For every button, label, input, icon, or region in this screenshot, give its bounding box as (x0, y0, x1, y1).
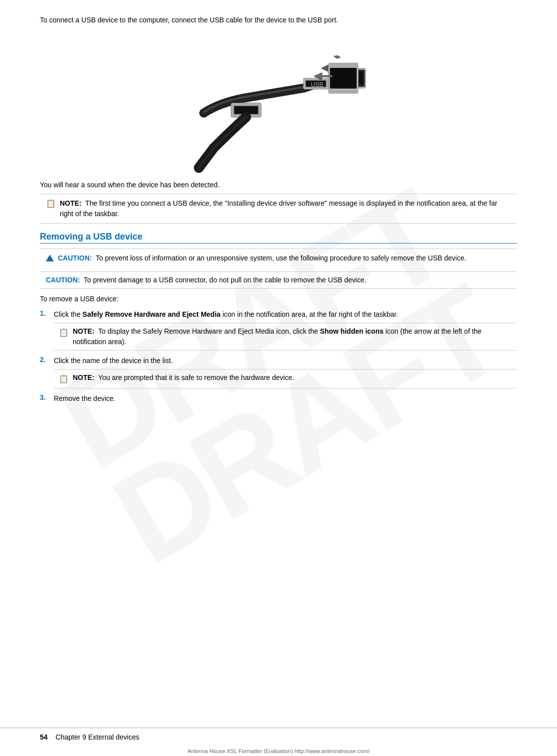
remove-intro-text: To remove a USB device: (40, 294, 517, 304)
step-1-note-text: NOTE: To display the Safely Remove Hardw… (73, 326, 512, 347)
step-1: 1. Click the Safely Remove Hardware and … (40, 309, 517, 351)
step-1-content: Click the Safely Remove Hardware and Eje… (54, 309, 517, 351)
content-area: To connect a USB device to the computer,… (0, 0, 557, 449)
step-2: 2. Click the name of the device in the l… (40, 356, 517, 388)
step-2-note-label: NOTE: (73, 374, 95, 381)
step-1-note: 📋 NOTE: To display the Safely Remove Har… (54, 323, 517, 351)
note-label-1: NOTE: (60, 199, 82, 207)
step-1-number: 1. (40, 309, 50, 317)
step-2-text: Click the name of the device in the list… (54, 357, 173, 365)
caution-text-2: CAUTION: To prevent damage to a USB conn… (46, 275, 366, 285)
step-2-note-icon: 📋 (59, 373, 69, 385)
caution-text-1: CAUTION: To prevent loss of information … (58, 253, 466, 263)
footer-chapter: Chapter 9 External devices (56, 733, 139, 741)
step-3-content: Remove the device. (54, 393, 517, 404)
caution-box-1: CAUTION: To prevent loss of information … (40, 249, 517, 267)
section-heading-usb: Removing a USB device (40, 232, 517, 244)
caution-label-1: CAUTION: (58, 254, 92, 262)
step-3-number: 3. (40, 393, 50, 401)
caution-label-2: CAUTION: (46, 276, 80, 284)
note-text-1: NOTE: The first time you connect a USB d… (60, 198, 511, 219)
svg-rect-14 (331, 69, 356, 88)
step-2-content: Click the name of the device in the list… (54, 356, 517, 388)
step-2-note-text: NOTE: You are prompted that it is safe t… (73, 373, 294, 383)
page-number: 54 (40, 733, 48, 741)
step-3-text: Remove the device. (54, 394, 116, 402)
step-1-text: Click the Safely Remove Hardware and Eje… (54, 310, 398, 318)
page-footer: 54 Chapter 9 External devices (0, 728, 557, 746)
step-2-number: 2. (40, 356, 50, 364)
intro-paragraph: To connect a USB device to the computer,… (40, 15, 517, 25)
footer-attribution: Antenna House XSL Formatter (Evaluation)… (0, 748, 557, 756)
caution-box-2: CAUTION: To prevent damage to a USB conn… (40, 271, 517, 289)
page-container: DRAFTDRAFT To connect a USB device to th… (0, 0, 557, 756)
note-box-1: 📋 NOTE: The first time you connect a USB… (40, 194, 517, 224)
steps-list: 1. Click the Safely Remove Hardware and … (40, 309, 517, 404)
note-icon-1: 📋 (46, 199, 56, 208)
usb-cable-svg: ⌁ (184, 33, 373, 173)
sound-detected-text: You will hear a sound when the device ha… (40, 181, 517, 189)
step-1-note-icon: 📋 (59, 327, 69, 339)
svg-rect-16 (328, 90, 358, 94)
svg-text:⌁: ⌁ (333, 50, 340, 63)
caution-triangle-1 (46, 254, 54, 261)
step-1-note-label: NOTE: (73, 327, 95, 335)
step-3: 3. Remove the device. (40, 393, 517, 404)
svg-rect-15 (328, 63, 358, 67)
step-2-note: 📋 NOTE: You are prompted that it is safe… (54, 369, 517, 388)
svg-text:USB: USB (311, 81, 323, 88)
usb-image: ⌁ (184, 33, 373, 173)
